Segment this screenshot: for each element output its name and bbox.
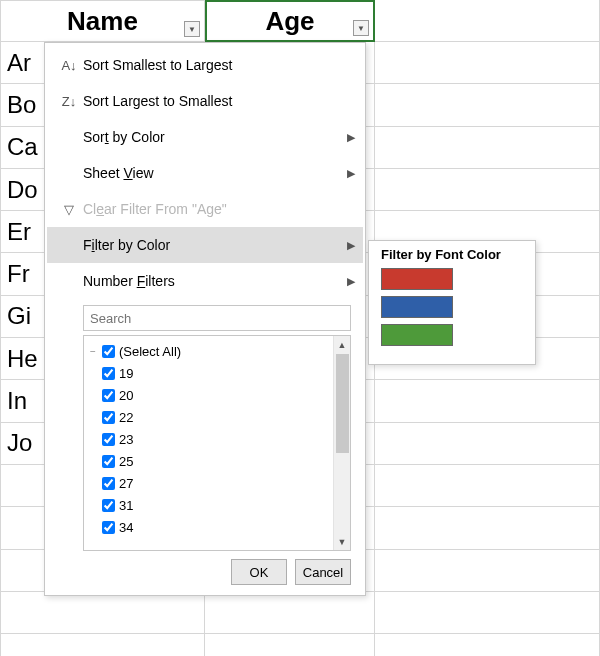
value-checkbox[interactable] — [102, 455, 115, 468]
header-age[interactable]: Age ▼ — [205, 0, 375, 42]
chevron-right-icon: ▶ — [347, 167, 355, 180]
list-item[interactable]: 31 — [86, 494, 331, 516]
header-row: Name ▼ Age ▼ — [0, 0, 600, 42]
sort-desc-icon: Z↓ — [55, 94, 83, 109]
sort-asc-label: Sort Smallest to Largest — [83, 57, 232, 73]
value-checkbox[interactable] — [102, 433, 115, 446]
list-item[interactable]: 23 — [86, 428, 331, 450]
header-name[interactable]: Name ▼ — [0, 0, 205, 42]
number-filters[interactable]: Number Filters ▶ — [47, 263, 363, 299]
value-checkbox[interactable] — [102, 521, 115, 534]
filter-by-color[interactable]: Filter by Color ▶ — [47, 227, 363, 263]
sort-asc-icon: A↓ — [55, 58, 83, 73]
sort-color-label: Sort by Color — [83, 129, 165, 145]
list-item[interactable]: 25 — [86, 450, 331, 472]
chevron-right-icon: ▶ — [347, 239, 355, 252]
list-item[interactable]: −(Select All) — [86, 340, 331, 362]
scroll-thumb[interactable] — [336, 354, 349, 453]
scroll-down-icon[interactable]: ▼ — [334, 533, 350, 550]
chevron-right-icon: ▶ — [347, 275, 355, 288]
list-item[interactable]: 20 — [86, 384, 331, 406]
sort-by-color[interactable]: Sort by Color ▶ — [47, 119, 363, 155]
header-age-label: Age — [265, 6, 314, 37]
collapse-icon[interactable]: − — [86, 346, 100, 357]
value-checkbox[interactable] — [102, 367, 115, 380]
scrollbar[interactable]: ▲ ▼ — [333, 336, 350, 550]
sort-ascending[interactable]: A↓ Sort Smallest to Largest — [47, 47, 363, 83]
filter-dropdown-age[interactable]: ▼ — [353, 20, 369, 36]
select-all-checkbox[interactable] — [102, 345, 115, 358]
list-item[interactable]: 34 — [86, 516, 331, 538]
ok-button[interactable]: OK — [231, 559, 287, 585]
value-checkbox[interactable] — [102, 477, 115, 490]
filter-search — [83, 305, 351, 331]
sheet-view-label: Sheet View — [83, 165, 154, 181]
font-color-green[interactable] — [381, 324, 453, 346]
header-empty — [375, 0, 600, 42]
submenu-title: Filter by Font Color — [381, 247, 523, 262]
filter-menu: A↓ Sort Smallest to Largest Z↓ Sort Larg… — [44, 42, 366, 596]
clear-label: Clear Filter From "Age" — [83, 201, 227, 217]
font-color-blue[interactable] — [381, 296, 453, 318]
filter-color-label: Filter by Color — [83, 237, 170, 253]
list-item[interactable]: 27 — [86, 472, 331, 494]
cancel-button[interactable]: Cancel — [295, 559, 351, 585]
list-item[interactable]: 22 — [86, 406, 331, 428]
sort-desc-label: Sort Largest to Smallest — [83, 93, 232, 109]
value-checkbox[interactable] — [102, 389, 115, 402]
funnel-clear-icon: ▽ — [55, 202, 83, 217]
search-input[interactable] — [83, 305, 351, 331]
dialog-buttons: OK Cancel — [47, 559, 363, 587]
value-checkbox[interactable] — [102, 499, 115, 512]
header-name-label: Name — [67, 6, 138, 37]
sheet-view[interactable]: Sheet View ▶ — [47, 155, 363, 191]
filter-by-font-color-submenu: Filter by Font Color — [368, 240, 536, 365]
value-checkbox[interactable] — [102, 411, 115, 424]
chevron-right-icon: ▶ — [347, 131, 355, 144]
sort-descending[interactable]: Z↓ Sort Largest to Smallest — [47, 83, 363, 119]
list-item[interactable]: 19 — [86, 362, 331, 384]
clear-filter: ▽ Clear Filter From "Age" — [47, 191, 363, 227]
filter-values-list: −(Select All) 19 20 22 23 25 27 31 34 ▲ … — [83, 335, 351, 551]
filter-dropdown-name[interactable]: ▼ — [184, 21, 200, 37]
number-filters-label: Number Filters — [83, 273, 175, 289]
scroll-up-icon[interactable]: ▲ — [334, 336, 350, 353]
font-color-red[interactable] — [381, 268, 453, 290]
